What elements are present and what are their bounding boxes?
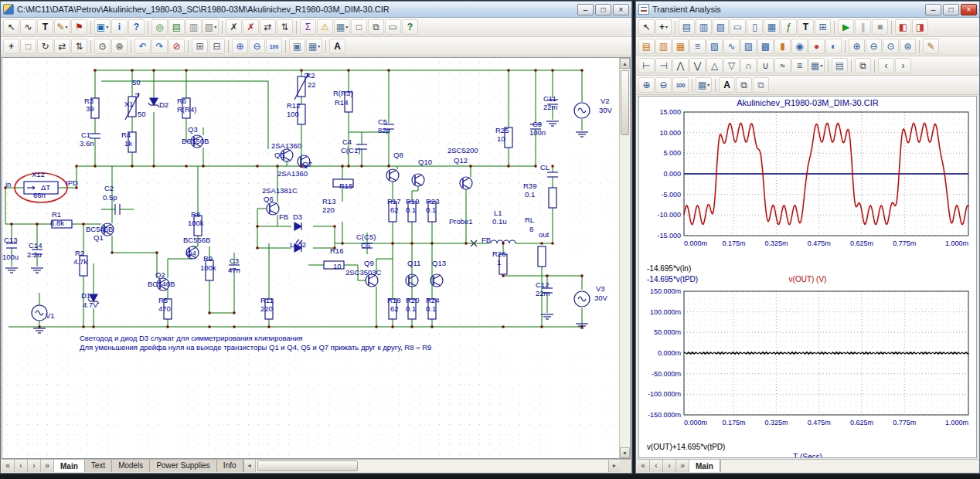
- cut-tool[interactable]: ✗: [226, 19, 242, 35]
- text-button[interactable]: T: [798, 19, 814, 35]
- cross-probe-tool[interactable]: ✗: [243, 19, 259, 35]
- mirror-v-tool[interactable]: ⇅: [71, 39, 87, 54]
- mirror-h-tool[interactable]: ⇄: [54, 39, 70, 54]
- copy-image-button[interactable]: ⧉: [736, 77, 752, 93]
- transient-chart-top[interactable]: 15.00010.0005.0000.000-5.000-10.000-15.0…: [639, 107, 977, 260]
- fft-button[interactable]: ∿: [723, 39, 740, 54]
- go-left-button[interactable]: ‹: [878, 58, 894, 73]
- vert-tag-mode[interactable]: ▯: [747, 19, 763, 35]
- select-mode[interactable]: ↖: [3, 19, 19, 35]
- wire-mode[interactable]: ∿: [20, 19, 36, 35]
- add-wave-button[interactable]: ▥: [655, 39, 672, 54]
- font-button[interactable]: A: [329, 39, 345, 54]
- maximize-button[interactable]: □: [595, 4, 611, 15]
- node-numbers-button[interactable]: ◎: [151, 19, 168, 35]
- tab-first-button[interactable]: «: [637, 460, 650, 472]
- frame-button[interactable]: ▭: [385, 19, 401, 35]
- add-graph-button[interactable]: ⊞: [815, 19, 831, 35]
- align-left-button[interactable]: ⊢: [638, 58, 655, 73]
- slider-button[interactable]: ▮: [774, 39, 791, 54]
- valley-button[interactable]: ⋁: [689, 58, 706, 73]
- copy-window-button[interactable]: ⧉: [753, 77, 769, 93]
- vertical-scrollbar[interactable]: ▲ ▼: [619, 58, 630, 458]
- scroll-left-button[interactable]: ◄: [243, 460, 255, 472]
- font-button[interactable]: A: [719, 77, 735, 93]
- delete-wave-button[interactable]: ▦: [672, 39, 689, 54]
- tab-prev-button[interactable]: ‹: [15, 460, 28, 472]
- find-next-tool[interactable]: ⊚: [111, 39, 128, 54]
- pages-button[interactable]: ⧉: [368, 19, 384, 35]
- grid-select-button[interactable]: ▦▾: [696, 77, 712, 93]
- text-mode[interactable]: T: [37, 19, 53, 35]
- zoom-auto-button[interactable]: ⊚: [900, 39, 916, 54]
- label-branches-button[interactable]: ▤: [832, 58, 848, 73]
- zoom-out-button[interactable]: ⊖: [249, 39, 265, 54]
- wave-grid-button[interactable]: ▦▾: [808, 58, 825, 73]
- undo-button[interactable]: ↶: [134, 39, 151, 54]
- horiz-tag-mode[interactable]: ▭: [730, 19, 746, 35]
- image-button[interactable]: ▣: [289, 39, 305, 54]
- state-vars-button[interactable]: ◐: [825, 39, 842, 54]
- horizontal-scroll-thumb[interactable]: [257, 460, 358, 471]
- rise-button[interactable]: △: [706, 58, 723, 73]
- find-tool[interactable]: ⊙: [94, 39, 111, 54]
- tab-first-button[interactable]: «: [2, 460, 15, 472]
- currents-button[interactable]: ▥: [185, 19, 202, 35]
- flip-v-tool[interactable]: ⇅: [277, 19, 293, 35]
- scale-toggle[interactable]: ◧: [895, 19, 911, 35]
- tab-next-button[interactable]: ›: [663, 460, 676, 472]
- minimize-button[interactable]: –: [577, 4, 594, 15]
- stop-button[interactable]: ■: [872, 19, 888, 35]
- zoom-100-button[interactable]: 100: [672, 77, 689, 93]
- stop-button[interactable]: ⊘: [168, 39, 185, 54]
- align-right-button[interactable]: ⊣: [655, 58, 672, 73]
- grid-select-button[interactable]: ▦▾: [306, 39, 322, 54]
- page-button[interactable]: □: [351, 19, 367, 35]
- copy-graph-button[interactable]: ⧉: [855, 58, 871, 73]
- zoom-in-button[interactable]: ⊕: [232, 39, 248, 54]
- tab-text[interactable]: Text: [85, 460, 112, 472]
- zoom-100-button[interactable]: 100: [266, 39, 282, 54]
- tab-main[interactable]: Main: [689, 460, 720, 472]
- tab-power-supplies[interactable]: Power Supplies: [150, 460, 216, 472]
- watch-button[interactable]: ◉: [791, 39, 808, 54]
- paste-button[interactable]: ⊟: [209, 39, 225, 54]
- power-button[interactable]: ▧▾: [202, 19, 219, 35]
- plot-3d-button[interactable]: ▧: [706, 39, 723, 54]
- select-mode[interactable]: ↖: [638, 19, 655, 35]
- help-button[interactable]: ?: [128, 19, 145, 35]
- cursor-mode[interactable]: +▾: [655, 19, 672, 35]
- redo-button[interactable]: ↷: [151, 39, 168, 54]
- component-mode[interactable]: ▣▾: [94, 19, 111, 35]
- zoom-out-button[interactable]: ⊖: [866, 39, 882, 54]
- right-titlebar[interactable]: Transient Analysis – □ ×: [636, 2, 979, 18]
- tab-main[interactable]: Main: [54, 460, 85, 472]
- zoom-out-button[interactable]: ⊖: [655, 77, 672, 93]
- warning-button[interactable]: ⚠: [317, 19, 333, 35]
- monte-carlo-button[interactable]: ▨: [740, 39, 757, 54]
- zoom-in-button[interactable]: ⊕: [638, 77, 655, 93]
- schematic-canvas[interactable]: 50R339X150D2R6R(R4)C13.6nR41kQ3BC556BX22…: [2, 58, 621, 460]
- scope-mode[interactable]: ▤: [679, 19, 695, 35]
- top-button[interactable]: ∩: [740, 58, 757, 73]
- box-select-tool[interactable]: □: [20, 39, 36, 54]
- vertical-scroll-track[interactable]: [620, 69, 630, 447]
- tab-next-button[interactable]: ›: [28, 460, 41, 472]
- edit-button[interactable]: ✎: [923, 39, 939, 54]
- zoom-in-button[interactable]: ⊕: [849, 39, 865, 54]
- stack-button[interactable]: ≡: [791, 58, 808, 73]
- zoom-region-button[interactable]: ⊙: [883, 39, 899, 54]
- flag-mode[interactable]: ⚑: [71, 19, 87, 35]
- left-titlebar[interactable]: C:\MC11\DATA\Petrov\Akulinichev_1980-03_…: [1, 2, 631, 18]
- help-topics-button[interactable]: ?: [402, 19, 418, 35]
- graphics-mode[interactable]: ✎▾: [54, 19, 70, 35]
- pause-button[interactable]: ∥: [855, 19, 871, 35]
- graph-select-mode[interactable]: ▥: [696, 19, 712, 35]
- transient-chart-bottom[interactable]: 150.000m100.000m50.000m0.000m-50.000m-10…: [639, 287, 977, 440]
- run-button[interactable]: ▶: [838, 19, 854, 35]
- move-tool[interactable]: +: [3, 39, 19, 54]
- tab-last-button[interactable]: »: [41, 460, 54, 472]
- scroll-up-button[interactable]: ▲: [620, 58, 630, 69]
- performance-button[interactable]: ▩: [757, 39, 774, 54]
- scroll-down-button[interactable]: ▼: [620, 447, 630, 458]
